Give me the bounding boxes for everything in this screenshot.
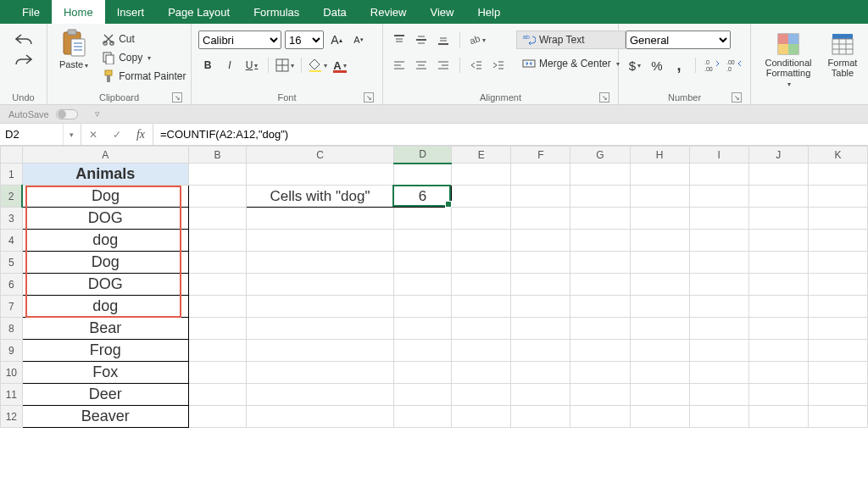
cell-F4[interactable] <box>511 230 570 252</box>
cell-C2[interactable]: Cells with "dog" <box>247 186 394 208</box>
font-size-select[interactable]: 16 <box>285 30 324 49</box>
cell-C6[interactable] <box>247 274 394 296</box>
row-header-7[interactable]: 7 <box>1 296 23 318</box>
tab-insert[interactable]: Insert <box>105 0 157 24</box>
cell-D11[interactable] <box>393 384 451 406</box>
row-header-6[interactable]: 6 <box>1 274 23 296</box>
cell-K6[interactable] <box>808 274 867 296</box>
row-header-2[interactable]: 2 <box>1 186 23 208</box>
cell-E8[interactable] <box>452 318 511 340</box>
cell-H11[interactable] <box>630 384 689 406</box>
cell-J5[interactable] <box>748 252 808 274</box>
cell-F5[interactable] <box>511 252 570 274</box>
cell-J10[interactable] <box>748 362 808 384</box>
name-box-dropdown[interactable]: ▾ <box>63 124 80 145</box>
italic-button[interactable]: I <box>220 56 239 75</box>
cell-C11[interactable] <box>247 384 394 406</box>
cell-E9[interactable] <box>452 340 511 362</box>
align-right-icon[interactable] <box>434 56 453 75</box>
cell-E2[interactable] <box>452 186 511 208</box>
cell-J3[interactable] <box>748 208 808 230</box>
cell-H7[interactable] <box>630 296 689 318</box>
cell-I8[interactable] <box>689 318 748 340</box>
increase-font-icon[interactable]: A▴ <box>327 30 346 49</box>
formula-input[interactable] <box>153 124 868 145</box>
font-color-button[interactable]: A ▾ <box>331 56 349 75</box>
cell-D12[interactable] <box>393 406 451 428</box>
column-header-H[interactable]: H <box>630 147 689 164</box>
cell-J12[interactable] <box>748 406 808 428</box>
cell-K11[interactable] <box>808 384 867 406</box>
cell-J1[interactable] <box>748 164 808 186</box>
font-name-select[interactable]: Calibri <box>198 30 281 49</box>
cell-C10[interactable] <box>247 362 394 384</box>
cell-D8[interactable] <box>393 318 451 340</box>
cell-H10[interactable] <box>630 362 689 384</box>
cell-K5[interactable] <box>808 252 867 274</box>
cell-G7[interactable] <box>570 296 630 318</box>
cell-H12[interactable] <box>630 406 689 428</box>
format-as-table-button[interactable]: Format Table <box>824 30 861 80</box>
cell-I5[interactable] <box>689 252 748 274</box>
cell-G5[interactable] <box>570 252 630 274</box>
increase-decimal-icon[interactable]: .0.00 <box>703 56 721 75</box>
alignment-dialog-launcher[interactable]: ↘ <box>599 92 609 103</box>
cell-F12[interactable] <box>511 406 570 428</box>
decrease-font-icon[interactable]: A▾ <box>349 30 368 49</box>
cell-A7[interactable]: dog <box>22 296 188 318</box>
cell-B6[interactable] <box>188 274 246 296</box>
cell-E1[interactable] <box>452 164 511 186</box>
cell-B11[interactable] <box>188 384 246 406</box>
cell-G10[interactable] <box>570 362 630 384</box>
row-header-4[interactable]: 4 <box>1 230 23 252</box>
cell-J6[interactable] <box>748 274 808 296</box>
cell-E7[interactable] <box>452 296 511 318</box>
row-header-5[interactable]: 5 <box>1 252 23 274</box>
row-header-10[interactable]: 10 <box>1 362 23 384</box>
cell-G11[interactable] <box>570 384 630 406</box>
cell-B12[interactable] <box>188 406 246 428</box>
cell-H2[interactable] <box>630 186 689 208</box>
cell-H1[interactable] <box>630 164 689 186</box>
orientation-icon[interactable]: ab▾ <box>467 30 486 49</box>
cell-I2[interactable] <box>689 186 748 208</box>
cell-D6[interactable] <box>393 274 451 296</box>
cell-B5[interactable] <box>188 252 246 274</box>
cell-B10[interactable] <box>188 362 246 384</box>
cell-C5[interactable] <box>247 252 394 274</box>
worksheet-grid[interactable]: ABCDEFGHIJK1Animals2DogCells with "dog"6… <box>0 146 868 488</box>
column-header-B[interactable]: B <box>188 147 246 164</box>
cell-F7[interactable] <box>511 296 570 318</box>
increase-indent-icon[interactable] <box>489 56 508 75</box>
font-dialog-launcher[interactable]: ↘ <box>364 92 374 103</box>
cell-E6[interactable] <box>452 274 511 296</box>
cell-I12[interactable] <box>689 406 748 428</box>
column-header-E[interactable]: E <box>452 147 511 164</box>
cell-G12[interactable] <box>570 406 630 428</box>
cell-I11[interactable] <box>689 384 748 406</box>
row-header-1[interactable]: 1 <box>1 164 23 186</box>
quick-save-icon[interactable]: ▿ <box>95 108 100 119</box>
align-top-icon[interactable] <box>390 30 409 49</box>
tab-page-layout[interactable]: Page Layout <box>156 0 242 24</box>
select-all-corner[interactable] <box>1 147 23 164</box>
column-header-G[interactable]: G <box>570 147 630 164</box>
cell-A5[interactable]: Dog <box>22 252 188 274</box>
fill-color-button[interactable]: ▾ <box>309 56 327 75</box>
cell-I3[interactable] <box>689 208 748 230</box>
accounting-format-icon[interactable]: $▾ <box>626 56 644 75</box>
cell-E11[interactable] <box>452 384 511 406</box>
cell-F8[interactable] <box>511 318 570 340</box>
paste-button[interactable]: Paste▾ <box>54 27 93 71</box>
cut-button[interactable]: Cut <box>98 30 189 47</box>
decrease-decimal-icon[interactable]: .00.0 <box>725 56 743 75</box>
cell-J7[interactable] <box>748 296 808 318</box>
cell-E10[interactable] <box>452 362 511 384</box>
cell-E4[interactable] <box>452 230 511 252</box>
cell-C7[interactable] <box>247 296 394 318</box>
undo-icon[interactable] <box>14 32 34 47</box>
cell-B4[interactable] <box>188 230 246 252</box>
borders-button[interactable]: ▾ <box>275 56 294 75</box>
cell-K2[interactable] <box>808 186 867 208</box>
cell-G3[interactable] <box>570 208 630 230</box>
